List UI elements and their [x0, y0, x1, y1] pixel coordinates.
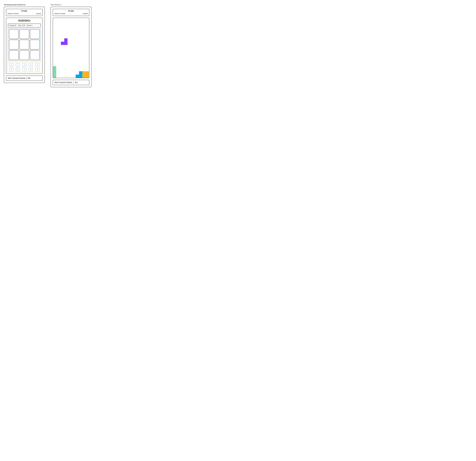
- nav-scores-link[interactable]: Scores: [60, 13, 65, 15]
- tetromino-s-piece: [61, 42, 68, 45]
- sudoku-panel: SUDOKU Puzzle 32 Time 0:32 Errors: [6, 18, 42, 74]
- stat-errors: Errors 3: [27, 25, 32, 26]
- num-button-2[interactable]: 2: [22, 63, 26, 67]
- header: P4 title Games Scores Logout: [6, 9, 42, 16]
- sudoku-numpad: 0 1 2 3 4 5 6 7 8 9: [7, 62, 41, 72]
- num-button-0[interactable]: 0: [9, 63, 13, 67]
- sudoku-cell[interactable]: [19, 29, 29, 39]
- footer-alt-game: Tet: [27, 77, 30, 79]
- sudoku-grid-wrap: [8, 28, 41, 61]
- header-nav: Games Scores Logout: [54, 13, 88, 15]
- sudoku-cell[interactable]: [30, 50, 40, 60]
- header-nav: Games Scores Logout: [8, 13, 41, 15]
- num-button-3[interactable]: 3: [29, 63, 33, 67]
- tetromino-o-piece: [82, 71, 89, 78]
- frame-label-right: Tetris Mockup v1: [51, 4, 92, 6]
- game-title: SUDOKU: [7, 19, 41, 22]
- sudoku-cell[interactable]: [9, 40, 19, 49]
- num-button-5[interactable]: 5: [9, 68, 13, 71]
- sudoku-outer-wrap: Puzzle 32 Time 0:32 Errors 3: [7, 23, 41, 61]
- app-title: P4 title: [8, 10, 41, 12]
- sudoku-cell[interactable]: [19, 40, 29, 49]
- footer-switch[interactable]: Not Current Game | Su: [53, 80, 89, 85]
- nav-games-link[interactable]: Games: [8, 13, 13, 15]
- tetromino-s-piece: [64, 38, 68, 42]
- sudoku-grid: [9, 29, 40, 60]
- tetris-board[interactable]: [53, 18, 89, 78]
- sudoku-cell[interactable]: [9, 29, 19, 39]
- num-button-4[interactable]: 4: [35, 63, 39, 67]
- stat-time: Time 0:32: [18, 25, 25, 26]
- sudoku-stats: Puzzle 32 Time 0:32 Errors 3: [8, 24, 41, 27]
- num-button-8[interactable]: 8: [29, 68, 33, 71]
- num-button-9[interactable]: 9: [35, 68, 39, 71]
- tetromino-i-piece: [53, 66, 56, 78]
- footer-alt-game: Su: [75, 81, 77, 84]
- header: P4 title Games Scores Logout: [53, 9, 89, 16]
- phone-frame-sudoku: P4 title Games Scores Logout SUDOKU Puzz…: [4, 7, 45, 83]
- phone-frame-tetris: P4 title Games Scores Logout Not C: [51, 7, 92, 87]
- nav-scores-link[interactable]: Scores: [14, 13, 19, 15]
- footer-text: Not Current Game: [8, 77, 25, 79]
- footer-switch[interactable]: Not Current Game | Tet: [6, 76, 42, 81]
- frame-label-left: Site Mockup Game Selected v2: [4, 4, 45, 6]
- footer-text: Not Current Game: [54, 81, 72, 84]
- num-button-1[interactable]: 1: [16, 63, 20, 67]
- sudoku-cell[interactable]: [9, 50, 19, 60]
- num-button-6[interactable]: 6: [16, 68, 20, 71]
- footer-separator: |: [72, 81, 75, 84]
- app-title: P4 title: [54, 10, 88, 12]
- frame-sudoku: Site Mockup Game Selected v2 P4 title Ga…: [4, 4, 45, 83]
- nav-logout-link[interactable]: Logout: [36, 13, 41, 15]
- nav-games-link[interactable]: Games: [54, 13, 60, 15]
- tetromino-j-piece: [76, 75, 82, 78]
- frame-tetris: Tetris Mockup v1 P4 title Games Scores L…: [51, 4, 92, 87]
- nav-logout-link[interactable]: Logout: [83, 13, 88, 15]
- num-button-7[interactable]: 7: [22, 68, 26, 71]
- footer-separator: |: [26, 77, 27, 79]
- sudoku-cell[interactable]: [30, 29, 40, 39]
- stat-puzzle: Puzzle 32: [9, 25, 16, 26]
- sudoku-cell[interactable]: [19, 50, 29, 60]
- sudoku-cell[interactable]: [30, 40, 40, 49]
- tetromino-j-piece: [79, 71, 82, 75]
